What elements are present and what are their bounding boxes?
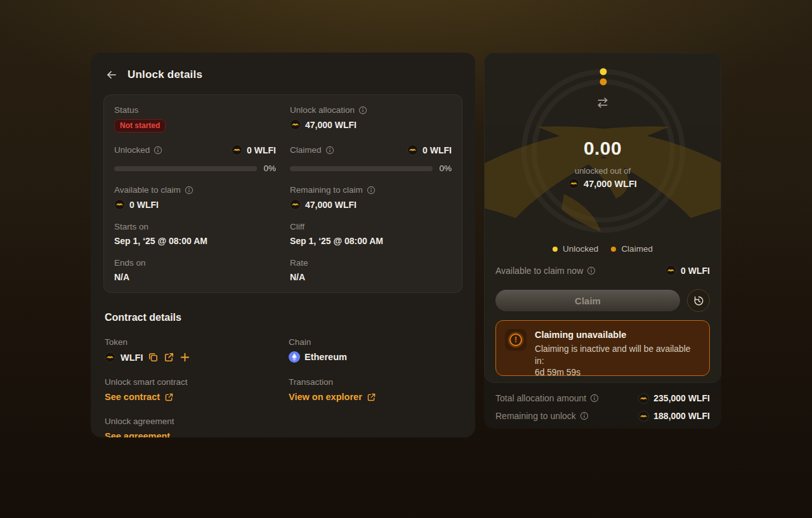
view-on-explorer-label: View on explorer [289, 392, 362, 402]
info-icon[interactable] [185, 186, 193, 195]
card-header: Unlock details [105, 68, 461, 82]
available-to-claim-now-label: Available to claim now [495, 266, 583, 276]
claimed-legend-label: Claimed [621, 244, 653, 254]
chain-label: Chain [289, 337, 311, 347]
ends-on-label: Ends on [114, 258, 146, 268]
allocation-footer: Total allocation amount 235,000 WLFI Rem… [484, 383, 721, 429]
gauge-legend: Unlocked Claimed [485, 244, 721, 254]
unlock-smart-contract-field: Unlock smart contract See contract [105, 377, 289, 402]
available-to-claim-label: Available to claim [114, 185, 181, 195]
warning-icon: ! [505, 329, 527, 351]
total-allocation-label: Total allocation amount [495, 393, 586, 403]
available-to-claim-now-value: 0 WLFI [681, 266, 710, 276]
view-on-explorer-link[interactable]: View on explorer [289, 392, 462, 402]
remaining-to-claim-field: Remaining to claim 47,000 WLFI [290, 185, 452, 210]
add-token-icon[interactable] [180, 352, 190, 363]
status-label: Status [114, 105, 138, 115]
claimed-percent: 0% [439, 164, 452, 173]
wlfi-token-icon [105, 352, 115, 363]
summary-panel: Status Not started Unlock allocation 47,… [103, 94, 462, 293]
unlocked-percent: 0% [263, 164, 276, 173]
info-icon[interactable] [325, 146, 334, 155]
rate-field: Rate N/A [290, 258, 452, 282]
starts-on-label: Starts on [114, 222, 148, 231]
see-contract-link[interactable]: See contract [105, 392, 289, 402]
chain-name: Ethereum [304, 352, 347, 362]
claim-panel: 0.00 unlocked out of 47,000 WLFI Unlocke… [484, 53, 721, 383]
back-icon[interactable] [105, 68, 119, 82]
external-link-icon[interactable] [164, 352, 174, 363]
unlocked-legend-dot [553, 247, 558, 252]
claim-sidebar-card: 0.00 unlocked out of 47,000 WLFI Unlocke… [484, 53, 721, 429]
status-field: Status Not started [114, 105, 276, 133]
gauge-subtitle: unlocked out of [485, 166, 721, 176]
cliff-field: Cliff Sep 1, ‘25 @ 08:00 AM [290, 222, 452, 246]
info-icon[interactable] [358, 106, 367, 115]
claimed-ring-dot [600, 79, 607, 86]
wlfi-token-icon [638, 411, 649, 422]
chain-field: Chain Ethereum [289, 337, 462, 363]
contract-details-grid: Token WLFI Chain Ethereum Unlock smart c… [105, 337, 462, 437]
see-agreement-label: See agreement [105, 431, 170, 437]
unlock-smart-contract-label: Unlock smart contract [105, 377, 188, 387]
swap-display-icon[interactable] [595, 95, 610, 110]
ethereum-icon [289, 351, 300, 363]
unlock-details-card: Unlock details Status Not started Unlock… [91, 53, 475, 437]
wlfi-token-icon [407, 145, 418, 155]
total-allocation-value: 235,000 WLFI [653, 393, 710, 403]
wlfi-token-icon [290, 119, 301, 130]
unlock-allocation-field: Unlock allocation 47,000 WLFI [290, 105, 452, 133]
claim-history-button[interactable] [687, 289, 710, 312]
status-badge: Not started [114, 119, 166, 133]
history-icon [693, 295, 705, 307]
unlocked-progress-bar [114, 166, 257, 171]
claim-button[interactable]: Claim [495, 290, 680, 311]
remaining-to-unlock-label: Remaining to unlock [495, 411, 576, 421]
unlocked-legend-label: Unlocked [563, 244, 598, 254]
unlocked-label: Unlocked [114, 145, 150, 155]
available-to-claim-field: Available to claim 0 WLFI [114, 185, 276, 210]
remaining-to-claim-value: 47,000 WLFI [305, 200, 357, 210]
transaction-label: Transaction [289, 377, 333, 387]
token-symbol: WLFI [121, 353, 143, 363]
warning-title: Claiming unavailable [535, 330, 700, 340]
see-agreement-link[interactable]: See agreement [105, 431, 289, 437]
remaining-to-claim-label: Remaining to claim [290, 185, 363, 195]
info-icon[interactable] [580, 411, 589, 420]
info-icon[interactable] [587, 266, 596, 275]
starts-on-field: Starts on Sep 1, ‘25 @ 08:00 AM [114, 222, 276, 246]
unlocked-ring-dot [600, 68, 607, 75]
warning-message: Claiming is inactive and will be availab… [535, 344, 690, 366]
copy-icon[interactable] [148, 352, 159, 363]
gauge-total-value: 47,000 WLFI [584, 179, 637, 189]
unlock-allocation-label: Unlock allocation [290, 105, 355, 115]
wlfi-token-icon [114, 199, 125, 210]
cliff-label: Cliff [290, 222, 304, 231]
unlock-agreement-field: Unlock agreement See agreement [105, 417, 289, 437]
claiming-unavailable-alert: ! Claiming unavailable Claiming is inact… [495, 320, 710, 376]
external-link-icon [367, 392, 376, 402]
claimed-label: Claimed [290, 145, 322, 155]
wlfi-token-icon [232, 145, 242, 155]
unlock-agreement-label: Unlock agreement [105, 417, 174, 426]
remaining-to-unlock-value: 188,000 WLFI [653, 411, 710, 421]
external-link-icon [164, 392, 174, 402]
cliff-value: Sep 1, ‘25 @ 08:00 AM [290, 236, 383, 246]
page-title: Unlock details [128, 68, 202, 81]
info-icon[interactable] [590, 394, 599, 403]
warning-countdown: 6d 59m 59s [535, 368, 580, 377]
ends-on-field: Ends on N/A [114, 258, 276, 282]
ends-on-value: N/A [114, 272, 129, 282]
wlfi-token-icon [290, 199, 301, 210]
info-icon[interactable] [154, 146, 162, 155]
rate-value: N/A [290, 272, 305, 282]
unlocked-field: Unlocked 0 WLFI 0% [114, 145, 276, 173]
see-contract-label: See contract [105, 392, 160, 402]
wlfi-token-icon [568, 178, 579, 189]
rate-label: Rate [290, 258, 308, 268]
token-field: Token WLFI [105, 337, 289, 363]
claimed-progress-bar [290, 166, 433, 171]
info-icon[interactable] [367, 186, 376, 195]
claimed-value: 0 WLFI [422, 145, 452, 155]
available-to-claim-value: 0 WLFI [129, 200, 159, 210]
